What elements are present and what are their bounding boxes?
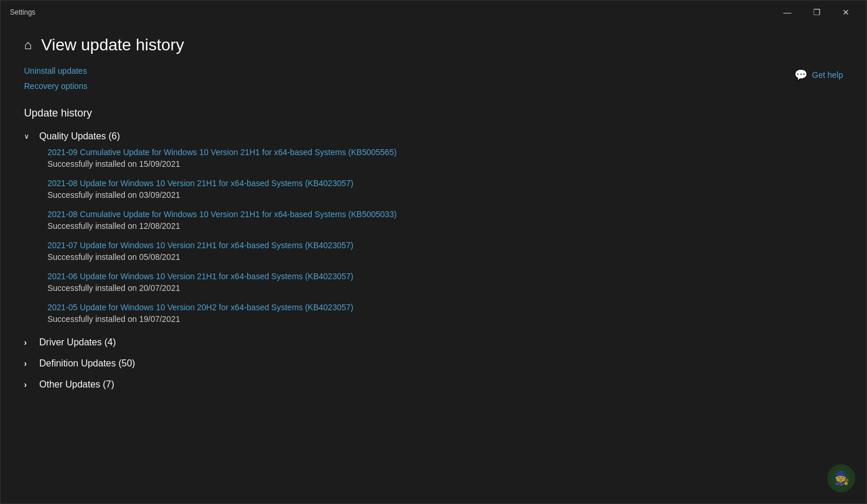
quality-updates-entries: 2021-09 Cumulative Update for Windows 10… (47, 148, 843, 324)
minimize-button[interactable]: — (774, 3, 801, 22)
chevron-quality-icon: ∨ (24, 132, 33, 140)
help-icon: 💬 (794, 68, 807, 81)
update-entry-3: 2021-07 Update for Windows 10 Version 21… (47, 241, 843, 262)
content-area: ⌂ View update history Uninstall updates … (1, 24, 866, 503)
chevron-other-icon: › (24, 380, 33, 389)
uninstall-updates-link[interactable]: Uninstall updates (24, 66, 87, 76)
definition-updates-header[interactable]: › Definition Updates (50) (24, 355, 843, 372)
driver-updates-label: Driver Updates (4) (39, 337, 116, 348)
get-help-button[interactable]: 💬 Get help (794, 68, 843, 81)
left-links: Uninstall updates Recovery options (24, 66, 87, 91)
maximize-button[interactable]: ❐ (803, 3, 830, 22)
update-entry-0: 2021-09 Cumulative Update for Windows 10… (47, 148, 843, 169)
update-status-3: Successfully installed on 05/08/2021 (47, 252, 180, 262)
update-history-section: Update history ∨ Quality Updates (6) 202… (24, 107, 843, 397)
get-help-label: Get help (812, 70, 843, 80)
chevron-driver-icon: › (24, 338, 33, 347)
settings-window: Settings — ❐ ✕ ⌂ View update history Uni… (0, 0, 867, 504)
other-updates-header[interactable]: › Other Updates (7) (24, 376, 843, 393)
update-entry-1: 2021-08 Update for Windows 10 Version 21… (47, 179, 843, 200)
quality-updates-label: Quality Updates (6) (39, 131, 120, 142)
update-status-4: Successfully installed on 20/07/2021 (47, 283, 180, 293)
update-status-5: Successfully installed on 19/07/2021 (47, 314, 180, 324)
chevron-definition-icon: › (24, 359, 33, 368)
watermark-image: 🧙 (827, 464, 855, 492)
category-other-updates: › Other Updates (7) (24, 376, 843, 393)
update-link-0[interactable]: 2021-09 Cumulative Update for Windows 10… (47, 148, 843, 157)
update-status-0: Successfully installed on 15/09/2021 (47, 159, 180, 169)
update-status-2: Successfully installed on 12/08/2021 (47, 221, 180, 231)
update-link-1[interactable]: 2021-08 Update for Windows 10 Version 21… (47, 179, 843, 188)
app-title: Settings (10, 8, 35, 16)
title-bar-left: Settings (10, 8, 35, 16)
update-status-1: Successfully installed on 03/09/2021 (47, 190, 180, 200)
update-link-2[interactable]: 2021-08 Cumulative Update for Windows 10… (47, 210, 843, 219)
page-header: ⌂ View update history (24, 36, 843, 54)
watermark: 🧙 (827, 464, 855, 492)
page-title: View update history (41, 36, 184, 54)
category-definition-updates: › Definition Updates (50) (24, 355, 843, 372)
update-entry-5: 2021-05 Update for Windows 10 Version 20… (47, 303, 843, 324)
update-entry-2: 2021-08 Cumulative Update for Windows 10… (47, 210, 843, 231)
section-title: Update history (24, 107, 843, 119)
title-bar-controls: — ❐ ✕ (774, 3, 859, 22)
other-updates-label: Other Updates (7) (39, 379, 114, 390)
category-quality-updates: ∨ Quality Updates (6) 2021-09 Cumulative… (24, 128, 843, 324)
home-icon[interactable]: ⌂ (24, 37, 32, 53)
update-entry-4: 2021-06 Update for Windows 10 Version 21… (47, 272, 843, 293)
driver-updates-header[interactable]: › Driver Updates (4) (24, 334, 843, 351)
top-actions: Uninstall updates Recovery options 💬 Get… (24, 66, 843, 91)
update-link-3[interactable]: 2021-07 Update for Windows 10 Version 21… (47, 241, 843, 250)
title-bar: Settings — ❐ ✕ (1, 1, 866, 24)
recovery-options-link[interactable]: Recovery options (24, 81, 87, 91)
definition-updates-label: Definition Updates (50) (39, 358, 135, 369)
update-link-5[interactable]: 2021-05 Update for Windows 10 Version 20… (47, 303, 843, 312)
quality-updates-header[interactable]: ∨ Quality Updates (6) (24, 128, 843, 145)
close-button[interactable]: ✕ (832, 3, 859, 22)
update-link-4[interactable]: 2021-06 Update for Windows 10 Version 21… (47, 272, 843, 281)
category-driver-updates: › Driver Updates (4) (24, 334, 843, 351)
